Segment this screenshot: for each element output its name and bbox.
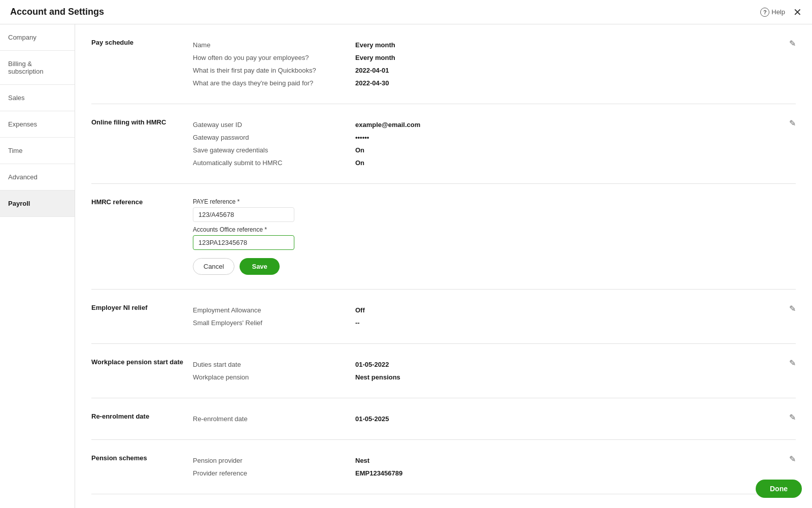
table-row: Employment Allowance Off bbox=[193, 304, 796, 316]
table-row: How often do you pay your employees? Eve… bbox=[193, 51, 796, 64]
pay-schedule-body: Name Every month How often do you pay yo… bbox=[193, 39, 796, 89]
reenrolment-edit-button[interactable]: ✎ bbox=[789, 412, 796, 422]
pay-schedule-section: Pay schedule Name Every month How often … bbox=[91, 24, 796, 104]
accounts-input[interactable] bbox=[193, 235, 294, 250]
employer-ni-body: Employment Allowance Off Small Employers… bbox=[193, 304, 796, 329]
header: Account and Settings ? Help ✕ bbox=[0, 0, 812, 24]
paye-form-group: PAYE reference * bbox=[193, 198, 796, 222]
hmrc-reference-grid: HMRC reference PAYE reference * Accounts… bbox=[91, 198, 796, 275]
sidebar-item-advanced[interactable]: Advanced bbox=[0, 164, 75, 190]
table-row: Small Employers' Relief -- bbox=[193, 316, 796, 329]
help-label: Help bbox=[771, 8, 785, 16]
cancel-button[interactable]: Cancel bbox=[193, 258, 234, 275]
reenrolment-label: Re-enrolment date bbox=[91, 412, 193, 425]
online-filing-label: Online filing with HMRC bbox=[91, 118, 193, 169]
table-row: Automatically submit to HMRC On bbox=[193, 156, 796, 169]
main-content: Pay schedule Name Every month How often … bbox=[75, 24, 812, 508]
paye-input[interactable] bbox=[193, 207, 294, 222]
sidebar-item-company[interactable]: Company bbox=[0, 24, 75, 51]
pay-schedule-label: Pay schedule bbox=[91, 39, 193, 89]
table-row: Save gateway credentials On bbox=[193, 144, 796, 156]
employer-ni-section: Employer NI relief Employment Allowance … bbox=[91, 290, 796, 344]
table-row: Workplace pension Nest pensions bbox=[193, 371, 796, 384]
pension-start-edit-button[interactable]: ✎ bbox=[789, 358, 796, 368]
online-filing-edit-button[interactable]: ✎ bbox=[789, 118, 796, 128]
table-row: Name Every month bbox=[193, 39, 796, 51]
sidebar-item-billing[interactable]: Billing & subscription bbox=[0, 51, 75, 85]
sidebar-item-expenses[interactable]: Expenses bbox=[0, 111, 75, 138]
online-filing-section: Online filing with HMRC Gateway user ID … bbox=[91, 104, 796, 184]
close-icon[interactable]: ✕ bbox=[793, 6, 802, 18]
sidebar-item-sales[interactable]: Sales bbox=[0, 85, 75, 111]
online-filing-body: Gateway user ID example@email.com Gatewa… bbox=[193, 118, 796, 169]
table-row: Gateway password •••••• bbox=[193, 131, 796, 144]
sidebar-item-time[interactable]: Time bbox=[0, 138, 75, 164]
employer-ni-edit-button[interactable]: ✎ bbox=[789, 304, 796, 313]
table-row: Duties start date 01-05-2022 bbox=[193, 358, 796, 371]
hmrc-reference-section: HMRC reference PAYE reference * Accounts… bbox=[91, 184, 796, 290]
accounts-form-group: Accounts Office reference * bbox=[193, 226, 796, 250]
pension-start-grid: Workplace pension start date Duties star… bbox=[91, 358, 796, 384]
content-area: Company Billing & subscription Sales Exp… bbox=[0, 24, 812, 508]
reenrolment-section: Re-enrolment date Re-enrolment date 01-0… bbox=[91, 398, 796, 440]
help-icon: ? bbox=[760, 8, 769, 17]
table-row: Pension provider Nest bbox=[193, 454, 796, 467]
hmrc-reference-label: HMRC reference bbox=[91, 198, 193, 275]
pension-start-body: Duties start date 01-05-2022 Workplace p… bbox=[193, 358, 796, 384]
table-row: Re-enrolment date 01-05-2025 bbox=[193, 412, 796, 425]
pay-schedule-edit-button[interactable]: ✎ bbox=[789, 39, 796, 48]
table-row: Provider reference EMP123456789 bbox=[193, 467, 796, 480]
done-button[interactable]: Done bbox=[756, 480, 802, 498]
online-filing-grid: Online filing with HMRC Gateway user ID … bbox=[91, 118, 796, 169]
pension-schemes-section: Pension schemes Pension provider Nest Pr… bbox=[91, 440, 796, 494]
paye-label: PAYE reference * bbox=[193, 198, 796, 205]
pension-schemes-body: Pension provider Nest Provider reference… bbox=[193, 454, 796, 480]
pay-schedule-grid: Pay schedule Name Every month How often … bbox=[91, 39, 796, 89]
help-button[interactable]: ? Help bbox=[760, 8, 785, 17]
reenrolment-grid: Re-enrolment date Re-enrolment date 01-0… bbox=[91, 412, 796, 425]
table-row: Gateway user ID example@email.com bbox=[193, 118, 796, 131]
table-row: What is their first pay date in Quickboo… bbox=[193, 64, 796, 77]
pension-start-section: Workplace pension start date Duties star… bbox=[91, 344, 796, 398]
sidebar: Company Billing & subscription Sales Exp… bbox=[0, 24, 75, 508]
table-row: What are the days they're being paid for… bbox=[193, 77, 796, 89]
page-title: Account and Settings bbox=[10, 7, 104, 17]
hmrc-reference-form: PAYE reference * Accounts Office referen… bbox=[193, 198, 796, 275]
reenrolment-body: Re-enrolment date 01-05-2025 bbox=[193, 412, 796, 425]
employer-ni-grid: Employer NI relief Employment Allowance … bbox=[91, 304, 796, 329]
employer-ni-label: Employer NI relief bbox=[91, 304, 193, 329]
pension-schemes-label: Pension schemes bbox=[91, 454, 193, 480]
save-button[interactable]: Save bbox=[240, 258, 279, 275]
pension-schemes-grid: Pension schemes Pension provider Nest Pr… bbox=[91, 454, 796, 480]
header-actions: ? Help ✕ bbox=[760, 6, 802, 18]
hmrc-btn-row: Cancel Save bbox=[193, 258, 796, 275]
pension-schemes-edit-button[interactable]: ✎ bbox=[789, 454, 796, 464]
accounts-label: Accounts Office reference * bbox=[193, 226, 796, 233]
pension-start-label: Workplace pension start date bbox=[91, 358, 193, 384]
sidebar-item-payroll[interactable]: Payroll bbox=[0, 190, 75, 217]
